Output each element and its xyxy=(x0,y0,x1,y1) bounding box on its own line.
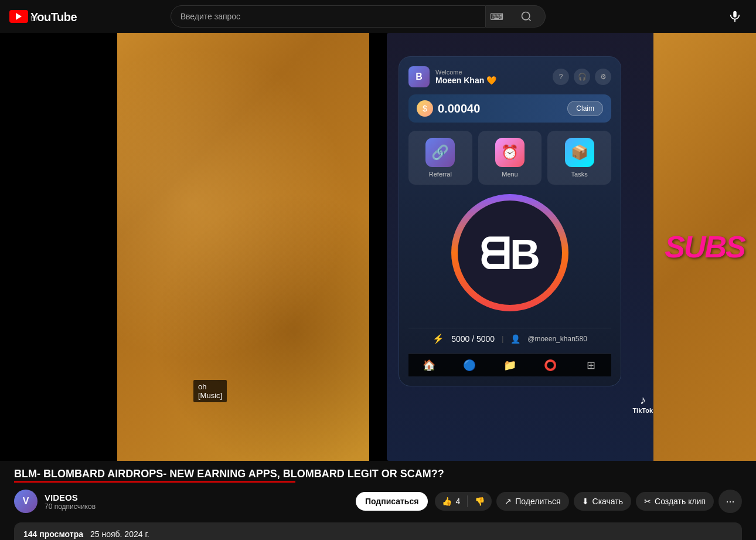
welcome-text-block: Welcome Moeen Khan 🧡 xyxy=(435,69,496,85)
phone-mockup: B Welcome Moeen Khan 🧡 ? 🎧 ⚙ xyxy=(399,56,621,386)
view-count-row: 144 просмотра 25 нояб. 2024 г. xyxy=(23,529,733,539)
phone-header: B Welcome Moeen Khan 🧡 ? 🎧 ⚙ xyxy=(408,66,611,87)
action-buttons: 👍 4 👎 ↗ Поделиться ⬇ Скачать xyxy=(435,490,742,513)
welcome-section: B Welcome Moeen Khan 🧡 xyxy=(408,66,496,87)
video-title: BLM- BLOMBARD AIRDROPS- NEW EARNING APPS… xyxy=(14,468,742,480)
share-button[interactable]: ↗ Поделиться xyxy=(496,492,568,511)
more-icon: ··· xyxy=(726,495,734,508)
tiktok-badge: ♪ TikTok xyxy=(633,393,653,414)
nav-chat-icon: ⭕ xyxy=(530,359,571,372)
blombard-logo-circle: ᗺB xyxy=(451,194,568,311)
settings-icon: ⚙ xyxy=(595,69,611,85)
upload-date: 25 нояб. 2024 г. xyxy=(90,529,149,539)
coin-icon: $ xyxy=(417,100,433,117)
download-icon: ⬇ xyxy=(582,497,589,506)
channel-name: VIDEOS xyxy=(45,493,349,502)
headphone-icon: 🎧 xyxy=(574,69,590,85)
view-count: 144 просмотра xyxy=(23,529,83,539)
channel-info: VIDEOS 70 подписчиков xyxy=(45,493,349,511)
search-area: ⌨ xyxy=(171,5,546,28)
referral-label: Referral xyxy=(429,171,452,178)
mic-button[interactable] xyxy=(723,5,747,28)
claim-button[interactable]: Claim xyxy=(567,101,603,116)
header-right xyxy=(723,5,747,28)
main-content: B Welcome Moeen Khan 🧡 ? 🎧 ⚙ xyxy=(0,0,756,540)
video-right-panel: B Welcome Moeen Khan 🧡 ? 🎧 ⚙ xyxy=(387,33,662,461)
dislike-button[interactable]: 👎 xyxy=(468,492,492,511)
person-icon: 👤 xyxy=(510,334,520,344)
share-label: Поделиться xyxy=(515,497,560,506)
balance-bar: $ 0.00040 Claim xyxy=(408,94,611,123)
nav-grid-icon: ⊞ xyxy=(571,359,611,372)
menu-label: Menu xyxy=(502,171,518,178)
caption-line2: [Music] xyxy=(198,391,222,400)
phone-header-icons: ? 🎧 ⚙ xyxy=(553,69,611,85)
menu-icon: ⏰ xyxy=(495,138,525,167)
nav-home-icon: 🏠 xyxy=(408,359,449,372)
referral-icon: 🔗 xyxy=(425,138,455,167)
video-left-panel xyxy=(117,33,369,461)
keyboard-icon-btn[interactable]: ⌨ xyxy=(486,5,508,28)
channel-row: V VIDEOS 70 подписчиков Подписаться 👍 4 … xyxy=(14,490,742,513)
youtube-country: BY xyxy=(30,16,77,22)
blombard-logo-inner: ᗺB xyxy=(458,201,562,305)
svg-text:ᗺB: ᗺB xyxy=(479,231,540,276)
subscribe-button[interactable]: Подписаться xyxy=(356,492,428,511)
tasks-label: Tasks xyxy=(571,171,588,178)
title-underline xyxy=(14,481,295,483)
caption-box: oh [Music] xyxy=(193,380,227,402)
tiktok-label: TikTok xyxy=(633,407,653,414)
question-icon: ? xyxy=(553,69,569,85)
menu-item-referral: 🔗 Referral xyxy=(408,131,472,185)
caption-line1: oh xyxy=(198,382,222,391)
tasks-icon: 📦 xyxy=(565,138,594,167)
channel-avatar: V xyxy=(14,490,38,513)
share-icon: ↗ xyxy=(505,497,512,506)
menu-grid: 🔗 Referral ⏰ Menu 📦 Tasks xyxy=(408,131,611,185)
download-label: Скачать xyxy=(592,497,624,506)
blombard-logo-svg: ᗺB xyxy=(475,229,545,276)
phone-bottom-nav: 🏠 🔵 📁 ⭕ ⊞ xyxy=(408,354,611,376)
description-section: 144 просмотра 25 нояб. 2024 г. Registere… xyxy=(14,522,742,540)
nav-folder-icon: 📁 xyxy=(489,359,530,372)
tiktok-user: @moeen_khan580 xyxy=(527,335,587,343)
like-button[interactable]: 👍 4 xyxy=(435,492,467,511)
like-section: 👍 4 👎 xyxy=(435,492,492,511)
bottom-stats: ⚡ 5000 / 5000 | 👤 @moeen_khan580 xyxy=(408,328,611,349)
user-name: Moeen Khan 🧡 xyxy=(435,76,496,85)
youtube-logo: YouTube BY xyxy=(9,10,77,23)
svg-point-0 xyxy=(522,12,530,20)
clip-button[interactable]: ✂ Создать клип xyxy=(636,492,714,511)
header: YouTube BY ⌨ xyxy=(0,0,756,33)
balance-amount: 0.00040 xyxy=(438,102,480,116)
download-button[interactable]: ⬇ Скачать xyxy=(574,492,632,511)
video-frame: B Welcome Moeen Khan 🧡 ? 🎧 ⚙ xyxy=(0,33,756,461)
clip-label: Создать клип xyxy=(655,497,706,506)
channel-subscribers: 70 подписчиков xyxy=(45,502,349,511)
clip-icon: ✂ xyxy=(644,497,651,506)
mic-icon xyxy=(728,10,741,23)
search-button[interactable] xyxy=(508,5,546,28)
balance-left: $ 0.00040 xyxy=(417,100,480,117)
menu-item-tasks: 📦 Tasks xyxy=(547,131,611,185)
logo-circle-container: ᗺB xyxy=(408,194,611,321)
video-far-right: SUBS xyxy=(653,33,756,461)
stat-divider: | xyxy=(502,335,503,343)
video-player[interactable]: B Welcome Moeen Khan 🧡 ? 🎧 ⚙ xyxy=(0,33,756,461)
stats-value: 5000 / 5000 xyxy=(451,334,495,344)
lightning-icon: ⚡ xyxy=(433,333,444,344)
more-button[interactable]: ··· xyxy=(718,490,742,513)
thumbs-down-icon: 👎 xyxy=(475,497,485,506)
svg-line-1 xyxy=(529,19,531,21)
welcome-label: Welcome xyxy=(435,69,496,76)
like-count: 4 xyxy=(455,497,460,506)
video-info: BLM- BLOMBARD AIRDROPS- NEW EARNING APPS… xyxy=(0,461,756,518)
search-input[interactable] xyxy=(171,5,486,28)
thumbs-up-icon: 👍 xyxy=(442,497,452,506)
menu-item-menu: ⏰ Menu xyxy=(478,131,542,185)
search-icon xyxy=(520,11,532,22)
subs-text: SUBS xyxy=(665,229,744,264)
tiktok-logo-icon: ♪ xyxy=(640,393,646,407)
app-logo: B xyxy=(408,66,430,87)
nav-compass-icon: 🔵 xyxy=(449,359,489,372)
